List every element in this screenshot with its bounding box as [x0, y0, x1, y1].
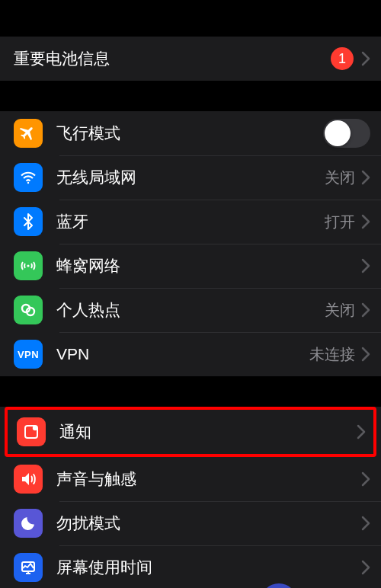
dnd-icon: [14, 509, 43, 538]
row-airplane-mode[interactable]: 飞行模式: [0, 111, 381, 155]
chevron-right-icon: [361, 214, 370, 229]
screentime-icon: [14, 553, 43, 582]
badge-count: 1: [331, 47, 354, 70]
hotspot-label: 个人热点: [56, 299, 325, 321]
airplane-toggle[interactable]: [323, 119, 370, 148]
row-dnd[interactable]: 勿扰模式: [0, 501, 381, 545]
chevron-right-icon: [361, 516, 370, 531]
row-screentime[interactable]: 屏幕使用时间: [0, 545, 381, 588]
row-battery-info[interactable]: 重要电池信息 1: [0, 37, 381, 81]
group-system: 通知 声音与触感 勿扰模式: [0, 407, 381, 588]
chevron-right-icon: [357, 424, 366, 439]
bluetooth-label: 蓝牙: [56, 211, 325, 232]
watermark-logo-icon: [261, 583, 297, 588]
chevron-right-icon: [361, 302, 370, 318]
chevron-right-icon: [361, 258, 370, 273]
group-battery: 重要电池信息 1: [0, 37, 381, 81]
wifi-label: 无线局域网: [56, 167, 325, 188]
chevron-right-icon: [361, 347, 370, 362]
wifi-value: 关闭: [325, 168, 355, 188]
svg-point-0: [27, 182, 29, 184]
bluetooth-value: 打开: [325, 212, 355, 232]
chevron-right-icon: [361, 471, 370, 487]
airplane-label: 飞行模式: [56, 123, 323, 144]
row-sounds[interactable]: 声音与触感: [0, 457, 381, 501]
row-notifications[interactable]: 通知: [8, 410, 373, 454]
screentime-label: 屏幕使用时间: [56, 557, 361, 578]
row-bluetooth[interactable]: 蓝牙 打开: [0, 200, 381, 244]
hotspot-icon: [14, 296, 43, 324]
watermark: 锐得游戏网 www.ytruida.com: [261, 583, 376, 588]
vpn-label: VPN: [56, 345, 309, 363]
cellular-icon: [14, 251, 43, 280]
hotspot-value: 关闭: [325, 300, 355, 321]
row-wifi[interactable]: 无线局域网 关闭: [0, 155, 381, 200]
highlight-box: 通知: [5, 407, 376, 457]
notifications-label: 通知: [59, 421, 357, 443]
chevron-right-icon: [361, 170, 370, 185]
sounds-icon: [14, 465, 43, 494]
vpn-icon: VPN: [14, 340, 43, 369]
row-hotspot[interactable]: 个人热点 关闭: [0, 288, 381, 332]
airplane-icon: [14, 119, 43, 148]
wifi-icon: [14, 163, 43, 192]
svg-point-1: [27, 264, 29, 267]
bluetooth-icon: [14, 207, 43, 236]
dnd-label: 勿扰模式: [56, 513, 361, 534]
row-vpn[interactable]: VPN VPN 未连接: [0, 332, 381, 376]
chevron-right-icon: [361, 51, 370, 66]
battery-info-label: 重要电池信息: [14, 48, 331, 69]
notifications-icon: [17, 417, 46, 446]
sounds-label: 声音与触感: [56, 468, 361, 490]
group-connectivity: 飞行模式 无线局域网 关闭 蓝牙 打开: [0, 111, 381, 376]
chevron-right-icon: [361, 560, 370, 575]
row-cellular[interactable]: 蜂窝网络: [0, 244, 381, 288]
cellular-label: 蜂窝网络: [56, 255, 361, 276]
svg-point-5: [33, 426, 37, 430]
vpn-value: 未连接: [309, 344, 355, 365]
